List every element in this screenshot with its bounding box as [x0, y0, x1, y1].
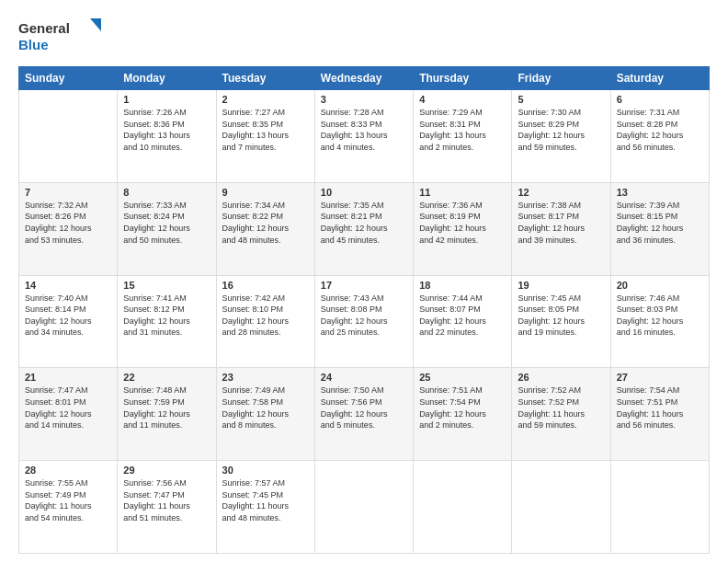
calendar-cell: 16Sunrise: 7:42 AM Sunset: 8:10 PM Dayli… [216, 275, 314, 368]
day-number: 2 [222, 94, 309, 105]
day-header: Friday [512, 67, 610, 90]
day-header: Wednesday [314, 67, 413, 90]
day-number: 29 [123, 465, 210, 476]
day-header: Sunday [19, 67, 118, 90]
calendar-cell: 15Sunrise: 7:41 AM Sunset: 8:12 PM Dayli… [118, 275, 216, 368]
day-info: Sunrise: 7:30 AM Sunset: 8:29 PM Dayligh… [518, 107, 604, 153]
calendar-cell: 10Sunrise: 7:35 AM Sunset: 8:21 PM Dayli… [314, 182, 413, 275]
header: General Blue [18, 17, 710, 57]
calendar-cell: 30Sunrise: 7:57 AM Sunset: 7:45 PM Dayli… [216, 461, 314, 554]
day-info: Sunrise: 7:40 AM Sunset: 8:14 PM Dayligh… [25, 293, 111, 339]
day-info: Sunrise: 7:48 AM Sunset: 7:59 PM Dayligh… [123, 385, 210, 431]
calendar-cell: 14Sunrise: 7:40 AM Sunset: 8:14 PM Dayli… [19, 275, 118, 368]
calendar-cell: 8Sunrise: 7:33 AM Sunset: 8:24 PM Daylig… [118, 182, 216, 275]
day-number: 24 [321, 372, 407, 383]
day-number: 27 [617, 372, 703, 383]
day-number: 6 [617, 94, 703, 105]
calendar-cell: 9Sunrise: 7:34 AM Sunset: 8:22 PM Daylig… [216, 182, 314, 275]
day-info: Sunrise: 7:43 AM Sunset: 8:08 PM Dayligh… [321, 293, 407, 339]
day-number: 4 [419, 94, 506, 105]
calendar-cell [19, 90, 118, 183]
calendar-cell: 11Sunrise: 7:36 AM Sunset: 8:19 PM Dayli… [414, 182, 512, 275]
calendar-cell: 7Sunrise: 7:32 AM Sunset: 8:26 PM Daylig… [19, 182, 118, 275]
day-info: Sunrise: 7:54 AM Sunset: 7:51 PM Dayligh… [617, 385, 703, 431]
day-number: 14 [25, 280, 111, 291]
day-info: Sunrise: 7:52 AM Sunset: 7:52 PM Dayligh… [518, 385, 604, 431]
day-info: Sunrise: 7:28 AM Sunset: 8:33 PM Dayligh… [321, 107, 407, 153]
logo-svg: General Blue [18, 17, 101, 57]
svg-marker-2 [90, 18, 101, 31]
day-number: 18 [419, 280, 506, 291]
day-number: 8 [123, 187, 210, 198]
day-number: 19 [518, 280, 604, 291]
calendar-cell: 17Sunrise: 7:43 AM Sunset: 8:08 PM Dayli… [314, 275, 413, 368]
day-info: Sunrise: 7:31 AM Sunset: 8:28 PM Dayligh… [617, 107, 703, 153]
calendar-week-row: 14Sunrise: 7:40 AM Sunset: 8:14 PM Dayli… [19, 275, 710, 368]
day-info: Sunrise: 7:49 AM Sunset: 7:58 PM Dayligh… [222, 385, 309, 431]
calendar-cell: 3Sunrise: 7:28 AM Sunset: 8:33 PM Daylig… [314, 90, 413, 183]
day-info: Sunrise: 7:56 AM Sunset: 7:47 PM Dayligh… [123, 477, 210, 523]
day-number: 3 [321, 94, 407, 105]
calendar-cell: 25Sunrise: 7:51 AM Sunset: 7:54 PM Dayli… [414, 368, 512, 461]
day-number: 13 [617, 187, 703, 198]
day-number: 25 [419, 372, 506, 383]
day-info: Sunrise: 7:51 AM Sunset: 7:54 PM Dayligh… [419, 385, 506, 431]
calendar-week-row: 21Sunrise: 7:47 AM Sunset: 8:01 PM Dayli… [19, 368, 710, 461]
day-header: Tuesday [216, 67, 314, 90]
calendar-cell: 13Sunrise: 7:39 AM Sunset: 8:15 PM Dayli… [610, 182, 709, 275]
calendar-cell [610, 461, 709, 554]
calendar-cell: 20Sunrise: 7:46 AM Sunset: 8:03 PM Dayli… [610, 275, 709, 368]
day-number: 21 [25, 372, 111, 383]
calendar-cell: 24Sunrise: 7:50 AM Sunset: 7:56 PM Dayli… [314, 368, 413, 461]
day-info: Sunrise: 7:35 AM Sunset: 8:21 PM Dayligh… [321, 200, 407, 246]
day-number: 23 [222, 372, 309, 383]
day-info: Sunrise: 7:45 AM Sunset: 8:05 PM Dayligh… [518, 293, 604, 339]
calendar-cell: 4Sunrise: 7:29 AM Sunset: 8:31 PM Daylig… [414, 90, 512, 183]
day-info: Sunrise: 7:55 AM Sunset: 7:49 PM Dayligh… [25, 477, 111, 523]
day-info: Sunrise: 7:29 AM Sunset: 8:31 PM Dayligh… [419, 107, 506, 153]
day-info: Sunrise: 7:46 AM Sunset: 8:03 PM Dayligh… [617, 293, 703, 339]
day-info: Sunrise: 7:26 AM Sunset: 8:36 PM Dayligh… [123, 107, 210, 153]
day-info: Sunrise: 7:50 AM Sunset: 7:56 PM Dayligh… [321, 385, 407, 431]
day-info: Sunrise: 7:39 AM Sunset: 8:15 PM Dayligh… [617, 200, 703, 246]
calendar-cell: 28Sunrise: 7:55 AM Sunset: 7:49 PM Dayli… [19, 461, 118, 554]
calendar-cell [414, 461, 512, 554]
calendar-cell: 26Sunrise: 7:52 AM Sunset: 7:52 PM Dayli… [512, 368, 610, 461]
calendar-table: SundayMondayTuesdayWednesdayThursdayFrid… [18, 66, 710, 554]
day-info: Sunrise: 7:47 AM Sunset: 8:01 PM Dayligh… [25, 385, 111, 431]
calendar-cell: 18Sunrise: 7:44 AM Sunset: 8:07 PM Dayli… [414, 275, 512, 368]
header-row: SundayMondayTuesdayWednesdayThursdayFrid… [19, 67, 710, 90]
calendar-cell [512, 461, 610, 554]
day-info: Sunrise: 7:34 AM Sunset: 8:22 PM Dayligh… [222, 200, 309, 246]
day-number: 5 [518, 94, 604, 105]
calendar-cell: 6Sunrise: 7:31 AM Sunset: 8:28 PM Daylig… [610, 90, 709, 183]
day-number: 17 [321, 280, 407, 291]
day-number: 7 [25, 187, 111, 198]
calendar-cell [314, 461, 413, 554]
logo: General Blue [18, 17, 101, 57]
day-number: 15 [123, 280, 210, 291]
calendar-week-row: 28Sunrise: 7:55 AM Sunset: 7:49 PM Dayli… [19, 461, 710, 554]
day-number: 20 [617, 280, 703, 291]
calendar-cell: 19Sunrise: 7:45 AM Sunset: 8:05 PM Dayli… [512, 275, 610, 368]
calendar-cell: 27Sunrise: 7:54 AM Sunset: 7:51 PM Dayli… [610, 368, 709, 461]
day-number: 9 [222, 187, 309, 198]
day-number: 1 [123, 94, 210, 105]
calendar-cell: 23Sunrise: 7:49 AM Sunset: 7:58 PM Dayli… [216, 368, 314, 461]
day-info: Sunrise: 7:41 AM Sunset: 8:12 PM Dayligh… [123, 293, 210, 339]
day-info: Sunrise: 7:27 AM Sunset: 8:35 PM Dayligh… [222, 107, 309, 153]
day-number: 10 [321, 187, 407, 198]
day-header: Monday [118, 67, 216, 90]
day-info: Sunrise: 7:57 AM Sunset: 7:45 PM Dayligh… [222, 477, 309, 523]
day-header: Thursday [414, 67, 512, 90]
calendar-week-row: 7Sunrise: 7:32 AM Sunset: 8:26 PM Daylig… [19, 182, 710, 275]
calendar-cell: 12Sunrise: 7:38 AM Sunset: 8:17 PM Dayli… [512, 182, 610, 275]
svg-text:General: General [18, 20, 70, 36]
day-header: Saturday [610, 67, 709, 90]
day-number: 28 [25, 465, 111, 476]
day-number: 12 [518, 187, 604, 198]
calendar-cell: 21Sunrise: 7:47 AM Sunset: 8:01 PM Dayli… [19, 368, 118, 461]
day-info: Sunrise: 7:32 AM Sunset: 8:26 PM Dayligh… [25, 200, 111, 246]
calendar-cell: 2Sunrise: 7:27 AM Sunset: 8:35 PM Daylig… [216, 90, 314, 183]
day-number: 16 [222, 280, 309, 291]
